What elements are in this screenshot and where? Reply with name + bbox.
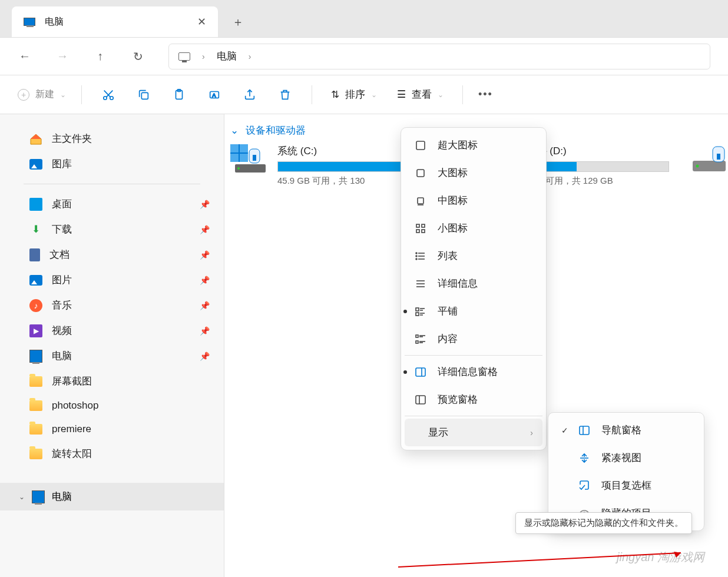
drive-icon bbox=[230, 144, 268, 174]
menu-item-tiles[interactable]: 平铺 bbox=[405, 297, 542, 325]
menu-item-md-icons[interactable]: 中图标 bbox=[405, 187, 542, 214]
tab-active[interactable]: 电脑 ✕ bbox=[12, 6, 218, 37]
pin-icon: 📌 bbox=[200, 351, 210, 361]
view-icon: ☰ bbox=[397, 88, 406, 101]
details-pane-icon bbox=[414, 366, 427, 379]
sidebar-item-gallery[interactable]: 图库 bbox=[0, 151, 224, 177]
sidebar-item-documents[interactable]: 文档 📌 bbox=[0, 242, 224, 267]
pc-icon bbox=[178, 52, 190, 61]
svg-rect-22 bbox=[418, 198, 423, 204]
pin-icon: 📌 bbox=[200, 250, 210, 260]
menu-item-sm-icons[interactable]: 小图标 bbox=[405, 214, 542, 242]
sidebar-item-folder[interactable]: premiere bbox=[0, 417, 224, 441]
refresh-button[interactable]: ↻ bbox=[131, 49, 145, 64]
rename-icon[interactable]: A bbox=[208, 88, 221, 101]
divider bbox=[405, 416, 542, 416]
copy-icon[interactable] bbox=[137, 88, 150, 101]
drive-usage-bar bbox=[537, 161, 670, 172]
menu-item-nav-pane[interactable]: ✓ 导航窗格 bbox=[552, 416, 700, 444]
view-button[interactable]: ☰ 查看 ⌄ bbox=[397, 88, 444, 101]
pin-icon: 📌 bbox=[200, 301, 210, 310]
chevron-down-icon: ⌄ bbox=[438, 91, 444, 99]
chevron-down-icon: ⌄ bbox=[60, 91, 66, 99]
plus-icon: + bbox=[18, 89, 29, 101]
share-icon[interactable] bbox=[243, 88, 256, 101]
menu-item-details[interactable]: 详细信息 bbox=[405, 270, 542, 297]
divider bbox=[81, 85, 82, 104]
content-icon bbox=[414, 333, 427, 346]
pc-icon bbox=[24, 18, 35, 26]
chevron-right-icon: › bbox=[530, 428, 533, 437]
menu-item-compact[interactable]: 紧凑视图 bbox=[552, 444, 700, 472]
menu-item-checkboxes[interactable]: 项目复选框 bbox=[552, 472, 700, 499]
up-button[interactable]: ↑ bbox=[93, 49, 107, 64]
breadcrumb[interactable]: › 电脑 › bbox=[168, 44, 710, 69]
pin-icon: 📌 bbox=[200, 326, 210, 336]
svg-rect-19 bbox=[717, 154, 720, 160]
sidebar-tree-pc[interactable]: ⌄ 电脑 bbox=[0, 483, 224, 510]
svg-rect-43 bbox=[416, 335, 418, 337]
menu-item-xl-icons[interactable]: 超大图标 bbox=[405, 131, 542, 159]
compact-icon bbox=[578, 452, 591, 465]
menu-item-show[interactable]: 显示 › bbox=[405, 419, 542, 446]
music-icon: ♪ bbox=[29, 299, 42, 312]
svg-rect-10 bbox=[230, 154, 239, 162]
svg-rect-15 bbox=[253, 155, 256, 161]
folder-icon bbox=[29, 424, 42, 435]
pc-icon bbox=[32, 490, 45, 503]
sidebar-item-pc[interactable]: 电脑 📌 bbox=[0, 343, 224, 369]
add-tab-button[interactable]: ＋ bbox=[218, 6, 258, 37]
menu-item-lg-icons[interactable]: 大图标 bbox=[405, 159, 542, 187]
svg-point-32 bbox=[416, 256, 417, 257]
sidebar-item-folder[interactable]: 屏幕截图 bbox=[0, 369, 224, 394]
more-button[interactable]: ••• bbox=[478, 88, 493, 101]
sidebar-item-desktop[interactable]: 桌面 📌 bbox=[0, 191, 224, 217]
new-button[interactable]: + 新建 ⌄ bbox=[18, 88, 66, 101]
back-button[interactable]: ← bbox=[18, 49, 32, 64]
svg-rect-51 bbox=[416, 396, 425, 404]
pc-icon bbox=[29, 350, 42, 363]
forward-button[interactable]: → bbox=[55, 49, 70, 64]
svg-point-1 bbox=[110, 96, 114, 100]
drive-usage-bar bbox=[277, 161, 422, 172]
divider bbox=[462, 85, 463, 104]
menu-item-content[interactable]: 内容 bbox=[405, 325, 542, 353]
svg-point-13 bbox=[237, 167, 240, 170]
breadcrumb-item[interactable]: 电脑 bbox=[217, 49, 237, 63]
drive-item[interactable]: 系统 (C:) 45.9 GB 可用，共 130 bbox=[230, 144, 422, 187]
sidebar-item-videos[interactable]: ▶ 视频 📌 bbox=[0, 318, 224, 343]
nav-pane-icon bbox=[578, 424, 591, 437]
document-icon bbox=[29, 248, 40, 261]
svg-rect-53 bbox=[580, 426, 589, 435]
sort-button[interactable]: ⇅ 排序 ⌄ bbox=[331, 88, 377, 101]
home-icon bbox=[29, 132, 42, 145]
folder-icon bbox=[29, 376, 42, 387]
menu-item-list[interactable]: 列表 bbox=[405, 242, 542, 270]
delete-icon[interactable] bbox=[279, 88, 292, 101]
svg-rect-2 bbox=[141, 92, 148, 99]
svg-rect-49 bbox=[416, 368, 425, 376]
md-icon bbox=[414, 194, 427, 207]
sidebar-item-home[interactable]: 主文件夹 bbox=[0, 126, 224, 151]
drive-name: 系统 (C:) bbox=[277, 144, 422, 158]
svg-rect-9 bbox=[240, 144, 248, 152]
sidebar-item-folder[interactable]: photoshop bbox=[0, 394, 224, 417]
sidebar-item-music[interactable]: ♪ 音乐 📌 bbox=[0, 293, 224, 318]
toolbar: + 新建 ⌄ A ⇅ 排序 ⌄ ☰ 查看 ⌄ ••• bbox=[0, 75, 728, 114]
sidebar-item-downloads[interactable]: ⬇ 下载 📌 bbox=[0, 217, 224, 242]
sidebar-item-folder[interactable]: 旋转太阳 bbox=[0, 441, 224, 466]
paste-icon[interactable] bbox=[173, 88, 186, 101]
drive-item[interactable]: 件 (D:) B 可用，共 129 GB bbox=[537, 144, 729, 187]
svg-rect-11 bbox=[240, 154, 248, 162]
chevron-down-icon: ⌄ bbox=[371, 91, 377, 99]
close-icon[interactable]: ✕ bbox=[197, 15, 206, 28]
menu-item-details-pane[interactable]: 详细信息窗格 bbox=[405, 358, 542, 386]
sidebar-item-pictures[interactable]: 图片 📌 bbox=[0, 267, 224, 293]
chevron-down-icon: ⌄ bbox=[19, 493, 25, 501]
drive-usage-text: B 可用，共 129 GB bbox=[537, 175, 670, 187]
download-icon: ⬇ bbox=[29, 223, 42, 236]
cut-icon[interactable] bbox=[102, 88, 115, 101]
menu-item-preview-pane[interactable]: 预览窗格 bbox=[405, 386, 542, 413]
list-icon bbox=[414, 250, 427, 263]
tiles-icon bbox=[414, 305, 427, 318]
